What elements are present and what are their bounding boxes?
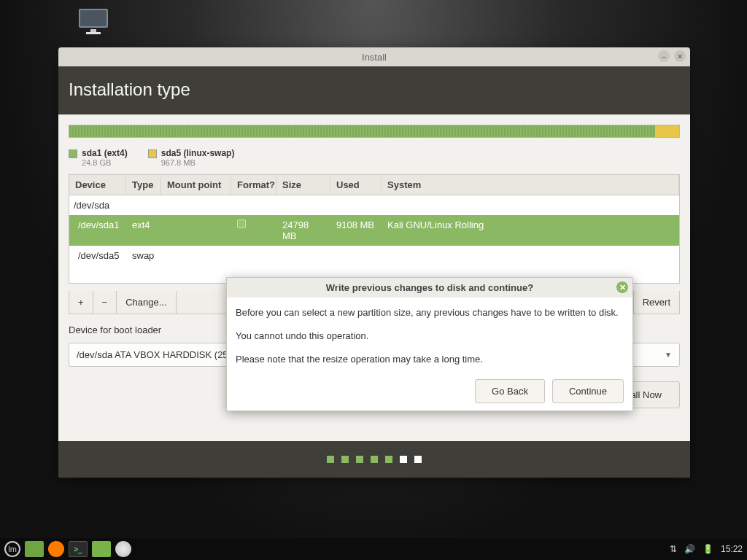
minimize-button[interactable]: – [658,50,670,62]
file-manager-icon[interactable] [25,541,44,557]
pager-dot [414,456,422,463]
pager-dot [371,456,378,463]
page-heading: Installation type [69,79,680,100]
firefox-icon[interactable] [48,541,64,557]
dialog-title: Write previous changes to disk and conti… [326,282,533,293]
partition-bar [69,125,680,138]
partition-table: DeviceTypeMount pointFormat?SizeUsedSyst… [69,174,680,284]
revert-button[interactable]: Revert [634,291,679,314]
dialog-text-1: Before you can select a new partition si… [236,305,624,321]
files-icon[interactable] [92,541,111,557]
column-header[interactable]: System [382,175,679,195]
change-partition-button[interactable]: Change... [117,291,176,314]
table-row[interactable]: /dev/sda5swap [69,246,679,265]
pager-dot [341,456,349,463]
continue-button[interactable]: Continue [552,379,624,403]
terminal-icon[interactable]: >_ [69,541,88,557]
header: Installation type [58,66,690,114]
column-header[interactable]: Used [330,175,382,195]
svg-rect-2 [90,29,96,32]
partition-legend: sda1 (ext4)24.8 GBsda5 (linux-swap)967.8… [69,148,680,167]
taskbar: lm >_ ⇅ 🔊 🔋 15:22 [0,538,747,560]
svg-rect-3 [86,32,101,34]
svg-rect-1 [80,10,107,26]
confirm-write-dialog: Write previous changes to disk and conti… [226,277,633,411]
column-header[interactable]: Format? [231,175,276,195]
window-title: Install [362,52,387,63]
pager-dot [356,456,363,463]
legend-item: sda5 (linux-swap)967.8 MB [148,148,235,167]
column-header[interactable]: Device [69,175,126,195]
battery-icon[interactable]: 🔋 [703,544,713,554]
installer-disc-icon[interactable] [115,541,131,557]
column-header[interactable]: Mount point [161,175,231,195]
go-back-button[interactable]: Go Back [475,379,545,403]
close-button[interactable]: ✕ [674,50,686,62]
dialog-close-icon[interactable]: ✕ [616,281,628,293]
pager-dot [400,456,407,463]
start-menu-icon[interactable]: lm [4,541,20,557]
table-row[interactable]: /dev/sda [69,195,679,215]
pager-dot [327,456,334,463]
pager-dot [385,456,392,463]
remove-partition-button[interactable]: − [93,291,117,314]
legend-item: sda1 (ext4)24.8 GB [69,148,128,167]
desktop-computer-icon[interactable] [73,7,114,36]
add-partition-button[interactable]: + [69,291,93,314]
volume-icon[interactable]: 🔊 [684,544,695,554]
install-window: Install – ✕ Installation type sda1 (ext4… [58,47,690,478]
chevron-down-icon: ▼ [665,351,672,359]
dialog-text-3: Please note that the resize operation ma… [236,351,624,368]
network-icon[interactable]: ⇅ [670,544,677,554]
table-row[interactable]: /dev/sda1ext424798 MB9108 MBKali GNU/Lin… [69,215,679,246]
window-titlebar[interactable]: Install – ✕ [58,47,690,66]
clock[interactable]: 15:22 [721,544,743,554]
step-pager [58,441,690,478]
column-header[interactable]: Size [276,175,330,195]
column-header[interactable]: Type [126,175,161,195]
dialog-text-2: You cannot undo this operation. [236,328,624,344]
